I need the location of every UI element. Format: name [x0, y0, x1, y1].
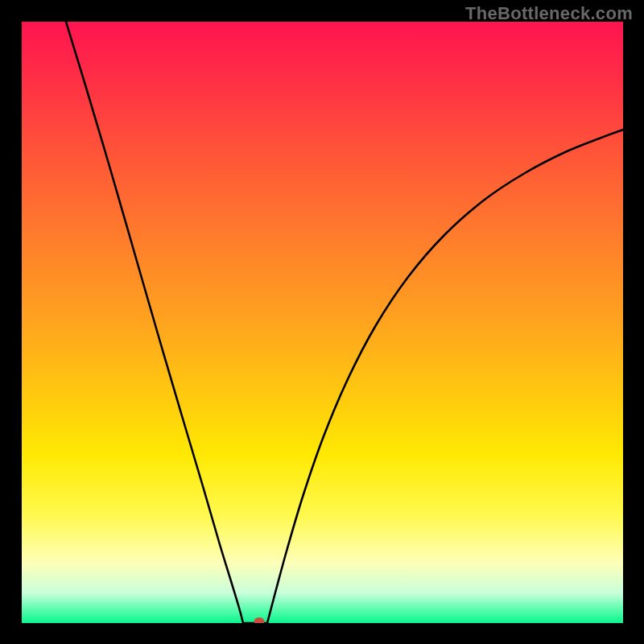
bottleneck-curve [22, 22, 623, 623]
plot-area [22, 22, 623, 623]
curve-path [66, 22, 623, 623]
watermark-text: TheBottleneck.com [465, 3, 633, 24]
chart-container: TheBottleneck.com [0, 0, 644, 644]
minimum-point-marker [254, 617, 265, 623]
